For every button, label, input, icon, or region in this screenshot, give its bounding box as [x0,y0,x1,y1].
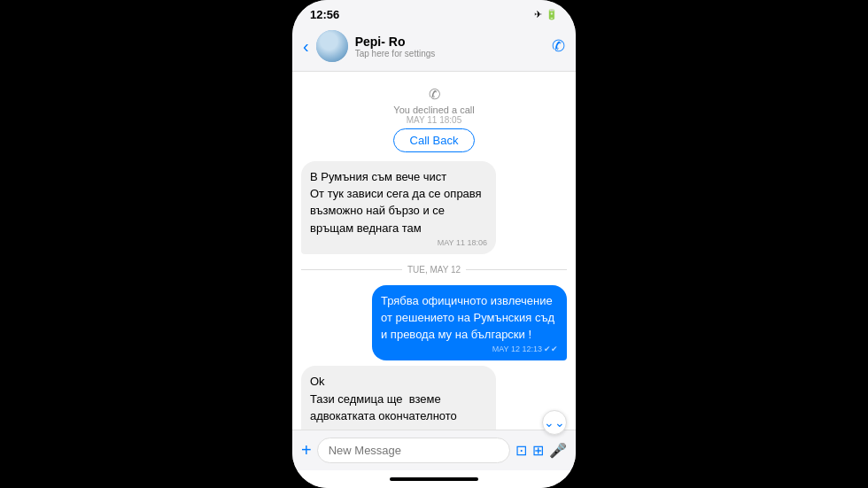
date-separator-text: TUE, MAY 12 [407,265,461,275]
contact-info[interactable]: Pepi- Ro Tap here for settings [355,35,545,58]
delivered-icon: ✔✔ [544,345,558,353]
callback-button[interactable]: Call Back [393,128,476,152]
message-input[interactable] [317,438,510,463]
back-button[interactable]: ‹ [303,36,309,57]
sticker-icon[interactable]: ⊡ [515,442,527,459]
date-separator: TUE, MAY 12 [301,265,567,275]
mic-icon[interactable]: 🎤 [549,442,567,459]
status-time: 12:56 [310,8,339,21]
home-bar [390,477,478,481]
call-declined-section: ✆ You declined a call MAY 11 18:05 Call … [301,86,567,152]
message-text-3: Ok Тази седмица ще вземе адвокатката око… [310,375,461,430]
call-button[interactable]: ✆ [552,36,565,56]
status-bar: 12:56 ✈ 🔋 [292,0,576,25]
chevron-down-icon: ⌄⌄ [544,415,565,430]
input-icons: ⊡ ⊞ 🎤 [515,442,567,459]
message-bubble-right-2: Трябва официчното извлечение от решениет… [372,285,567,361]
phone-frame: 12:56 ✈ 🔋 ‹ Pepi- Ro Tap here for settin… [292,0,576,488]
phone-declined-icon: ✆ [429,86,440,103]
contact-name: Pepi- Ro [355,35,545,49]
airplane-icon: ✈ [534,9,542,20]
separator-line-right [466,269,567,270]
call-declined-text: You declined a call [393,105,474,115]
message-bubble-left-3: Ok Тази седмица ще вземе адвокатката око… [301,366,496,430]
battery-icon: 🔋 [546,9,558,20]
chat-area: ✆ You declined a call MAY 11 18:05 Call … [292,72,576,430]
nav-bar: ‹ Pepi- Ro Tap here for settings ✆ [292,25,576,72]
message-bubble-left-1: В Румъния съм вече чист От тук зависи се… [301,161,496,254]
input-bar: + ⊡ ⊞ 🎤 [292,430,576,470]
call-declined-time: MAY 11 18:05 [407,115,461,125]
add-button[interactable]: + [301,440,312,461]
status-icons: ✈ 🔋 [534,9,558,20]
avatar [316,30,348,62]
separator-line-left [301,269,402,270]
contact-sub: Tap here for settings [355,49,545,58]
message-time-1: MAY 11 18:06 [310,238,487,247]
message-text-1: В Румъния съм вече чист От тук зависи се… [310,170,484,235]
message-text-2: Трябва официчното извлечение от решениет… [381,294,558,341]
scroll-down-button[interactable]: ⌄⌄ [542,410,567,435]
message-time-2: MAY 12 12:13 ✔✔ [381,345,558,353]
home-indicator [292,470,576,488]
camera-icon[interactable]: ⊞ [532,442,544,459]
